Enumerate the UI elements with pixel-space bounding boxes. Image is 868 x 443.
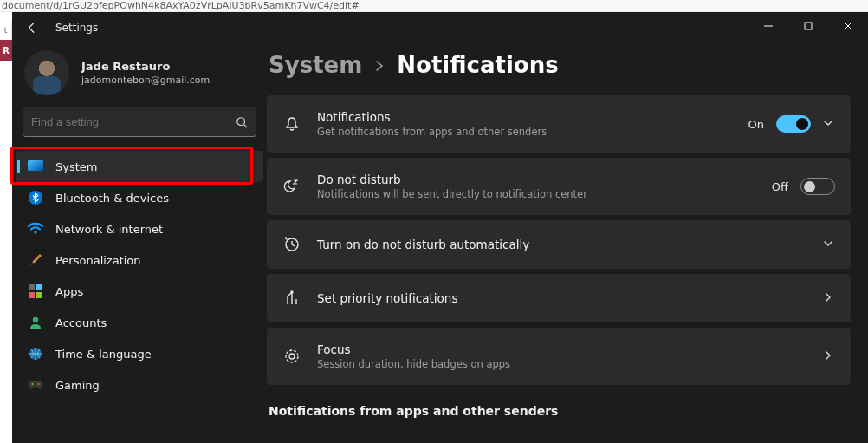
breadcrumb: System Notifications xyxy=(267,49,851,95)
sidebar-item-label: Bluetooth & devices xyxy=(55,192,169,205)
person-icon xyxy=(28,315,43,330)
card-notifications[interactable]: Notifications Get notifications from app… xyxy=(267,95,851,153)
sidebar-item-personalization[interactable]: Personalization xyxy=(16,244,263,276)
titlebar: Settings xyxy=(12,12,868,43)
apps-icon xyxy=(28,283,43,299)
chevron-right-icon[interactable] xyxy=(823,350,835,362)
bell-icon xyxy=(282,114,301,134)
section-heading: Notifications from apps and other sender… xyxy=(269,404,851,418)
svg-point-14 xyxy=(38,383,40,385)
sidebar-item-time-language[interactable]: Time & language xyxy=(16,338,263,369)
chevron-down-icon[interactable] xyxy=(823,118,835,130)
sidebar-item-network[interactable]: Network & internet xyxy=(16,213,263,244)
sidebar-item-label: Accounts xyxy=(55,316,107,329)
sidebar-item-label: Network & internet xyxy=(55,223,163,236)
dnd-toggle[interactable] xyxy=(800,178,835,195)
bluetooth-icon xyxy=(28,190,43,205)
profile-name: Jade Restauro xyxy=(81,60,210,73)
sidebar-item-label: Time & language xyxy=(55,348,152,361)
chevron-down-icon[interactable] xyxy=(823,238,835,251)
nav-list: System Bluetooth & devices Network & int… xyxy=(12,151,267,401)
svg-rect-7 xyxy=(29,284,35,290)
browser-sidebar: t R xyxy=(0,12,12,443)
browser-tab-active[interactable]: R xyxy=(0,40,12,61)
card-subtitle: Get notifications from apps and other se… xyxy=(317,126,733,138)
breadcrumb-parent[interactable]: System xyxy=(269,52,362,78)
wifi-icon xyxy=(28,221,43,237)
browser-url-fragment: document/d/1rGU2bfepPOwhN4k8AxYA0zVrLpAI… xyxy=(0,0,868,12)
card-subtitle: Session duration, hide badges on apps xyxy=(317,358,807,370)
browser-tab-letter[interactable]: t xyxy=(0,21,12,40)
svg-point-1 xyxy=(237,117,245,125)
svg-point-11 xyxy=(33,317,38,322)
profile-block[interactable]: Jade Restauro jadomontebon@gmail.com xyxy=(12,47,267,107)
focus-target-icon xyxy=(282,347,301,366)
card-dnd-auto[interactable]: Turn on do not disturb automatically xyxy=(267,220,851,269)
svg-rect-3 xyxy=(28,160,43,171)
moon-zzz-icon xyxy=(282,177,301,196)
minimize-button[interactable] xyxy=(748,12,788,40)
svg-point-5 xyxy=(34,231,36,233)
sidebar-item-label: Gaming xyxy=(55,379,100,392)
sidebar-item-label: Apps xyxy=(55,285,83,298)
sidebar-item-gaming[interactable]: Gaming xyxy=(16,369,263,401)
priority-icon xyxy=(282,289,301,308)
card-dnd[interactable]: Do not disturb Notifications will be sen… xyxy=(267,158,851,215)
sidebar-item-accounts[interactable]: Accounts xyxy=(16,307,263,338)
svg-point-13 xyxy=(32,383,34,385)
toggle-state-label: Off xyxy=(772,180,788,193)
svg-point-18 xyxy=(289,354,295,359)
svg-rect-9 xyxy=(29,292,35,298)
svg-rect-10 xyxy=(36,292,42,298)
window-title: Settings xyxy=(55,22,98,34)
globe-clock-icon xyxy=(28,346,43,362)
search-icon xyxy=(236,116,248,128)
back-button[interactable] xyxy=(24,20,40,36)
close-button[interactable] xyxy=(828,12,868,40)
content-pane: System Notifications Notifications Get n… xyxy=(267,43,868,443)
card-focus[interactable]: Focus Session duration, hide badges on a… xyxy=(267,328,851,385)
svg-rect-8 xyxy=(36,284,42,290)
avatar xyxy=(24,50,69,95)
search-input[interactable] xyxy=(31,115,236,128)
card-title: Notifications xyxy=(317,110,733,124)
card-title: Do not disturb xyxy=(317,173,756,186)
clock-refresh-icon xyxy=(282,235,301,254)
svg-point-16 xyxy=(291,291,293,293)
profile-email: jadomontebon@gmail.com xyxy=(81,75,210,86)
chevron-right-icon xyxy=(374,61,385,71)
svg-rect-0 xyxy=(805,23,812,29)
card-subtitle: Notifications will be sent directly to n… xyxy=(317,188,756,200)
sidebar-item-bluetooth[interactable]: Bluetooth & devices xyxy=(16,182,263,213)
maximize-button[interactable] xyxy=(788,12,828,40)
sidebar-item-system[interactable]: System xyxy=(16,151,263,182)
gamepad-icon xyxy=(28,377,43,393)
notifications-toggle[interactable] xyxy=(776,115,811,133)
svg-point-17 xyxy=(286,350,298,362)
sidebar-item-label: System xyxy=(55,160,97,173)
card-priority[interactable]: Set priority notifications xyxy=(267,274,851,322)
card-title: Focus xyxy=(317,342,807,356)
system-icon xyxy=(28,159,43,174)
search-box[interactable] xyxy=(23,107,256,137)
toggle-state-label: On xyxy=(748,118,764,131)
settings-app: Settings Jade Restauro ja xyxy=(12,12,868,443)
card-title: Turn on do not disturb automatically xyxy=(317,238,807,251)
sidebar: Jade Restauro jadomontebon@gmail.com xyxy=(12,43,267,443)
sidebar-item-label: Personalization xyxy=(55,254,141,267)
card-title: Set priority notifications xyxy=(317,291,807,305)
chevron-right-icon[interactable] xyxy=(823,292,835,304)
brush-icon xyxy=(28,252,43,268)
breadcrumb-current: Notifications xyxy=(397,52,558,78)
sidebar-item-apps[interactable]: Apps xyxy=(16,276,263,307)
